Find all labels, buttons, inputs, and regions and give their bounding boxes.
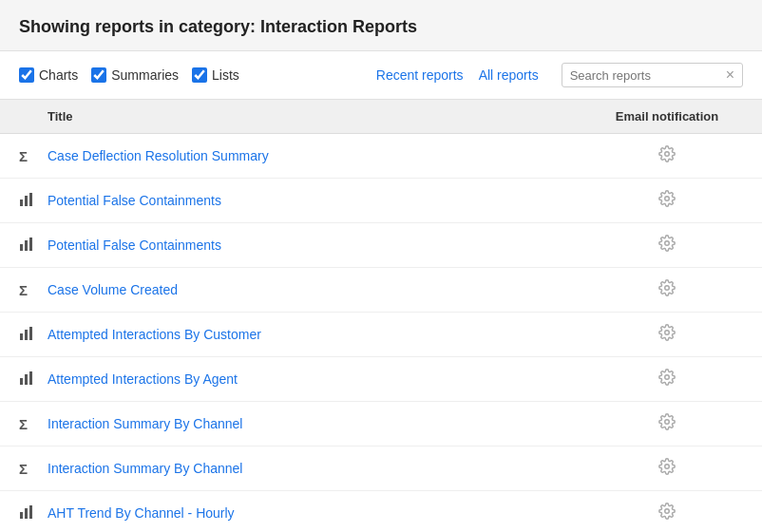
svg-point-18: [665, 420, 670, 425]
search-container: ×: [562, 63, 743, 87]
charts-checkbox-item[interactable]: Charts: [19, 67, 78, 83]
svg-rect-14: [20, 378, 23, 385]
table-row: ΣCase Deflection Resolution Summary: [0, 134, 762, 179]
svg-rect-7: [29, 238, 32, 251]
charts-checkbox[interactable]: [19, 67, 34, 83]
filter-checkboxes: Charts Summaries Lists: [19, 67, 239, 83]
recent-reports-link[interactable]: Recent reports: [369, 66, 471, 85]
svg-point-13: [665, 331, 670, 335]
gear-icon[interactable]: [591, 190, 743, 211]
table-rows: ΣCase Deflection Resolution Summary Pote…: [0, 134, 762, 532]
table-row: ΣInteraction Summary By Channel: [0, 446, 762, 491]
toolbar: Charts Summaries Lists Recent reports Al…: [0, 51, 762, 100]
svg-rect-15: [25, 374, 28, 385]
gear-icon[interactable]: [591, 279, 743, 300]
report-title-link[interactable]: Interaction Summary By Channel: [48, 461, 591, 476]
gear-icon[interactable]: [591, 324, 743, 345]
svg-point-4: [665, 197, 670, 201]
sigma-icon: Σ: [19, 416, 48, 432]
report-title-link[interactable]: Case Deflection Resolution Summary: [48, 148, 591, 163]
lists-checkbox-item[interactable]: Lists: [192, 67, 239, 83]
report-title-link[interactable]: Attempted Interactions By Agent: [48, 371, 591, 387]
report-title-link[interactable]: AHT Trend By Channel - Hourly: [48, 505, 591, 521]
sigma-icon: Σ: [19, 148, 48, 164]
gear-icon[interactable]: [591, 369, 743, 390]
svg-point-9: [665, 286, 670, 291]
summaries-label[interactable]: Summaries: [111, 67, 179, 83]
svg-rect-3: [29, 193, 32, 206]
table-header: Title Email notification: [0, 100, 762, 134]
svg-point-17: [665, 375, 670, 380]
report-title-link[interactable]: Interaction Summary By Channel: [48, 416, 591, 431]
lists-label[interactable]: Lists: [212, 67, 239, 83]
svg-point-23: [665, 509, 670, 514]
page-title: Showing reports in category: Interaction…: [19, 17, 743, 37]
svg-point-8: [665, 241, 670, 246]
summaries-checkbox-item[interactable]: Summaries: [91, 67, 179, 83]
svg-rect-1: [20, 200, 23, 206]
gear-icon[interactable]: [591, 145, 743, 166]
svg-rect-6: [25, 240, 28, 251]
svg-point-19: [665, 465, 670, 469]
charts-label[interactable]: Charts: [39, 67, 78, 83]
filter-links: Recent reports All reports: [369, 66, 546, 85]
search-input[interactable]: [570, 68, 722, 83]
bar-chart-icon: [19, 370, 48, 389]
page-header: Showing reports in category: Interaction…: [0, 0, 762, 51]
table-row: Attempted Interactions By Customer: [0, 313, 762, 357]
bar-chart-icon: [19, 504, 48, 522]
bar-chart-icon: [19, 237, 48, 255]
table-row: Attempted Interactions By Agent: [0, 357, 762, 402]
svg-rect-21: [25, 508, 28, 519]
reports-table: Title Email notification ΣCase Deflectio…: [0, 100, 762, 532]
summaries-checkbox[interactable]: [91, 67, 106, 83]
table-row: ΣCase Volume Created: [0, 268, 762, 313]
all-reports-link[interactable]: All reports: [471, 66, 546, 85]
table-row: Potential False Containments: [0, 223, 762, 268]
svg-rect-20: [20, 512, 23, 519]
svg-rect-22: [29, 505, 32, 519]
sigma-icon: Σ: [19, 282, 48, 298]
table-row: AHT Trend By Channel - Hourly: [0, 491, 762, 532]
table-row: ΣInteraction Summary By Channel: [0, 402, 762, 446]
header-email-col: Email notification: [591, 109, 743, 124]
gear-icon[interactable]: [591, 235, 743, 256]
table-row: Potential False Containments: [0, 179, 762, 223]
svg-rect-16: [29, 371, 32, 385]
search-clear-button[interactable]: ×: [726, 67, 734, 83]
bar-chart-icon: [19, 326, 48, 344]
gear-icon[interactable]: [591, 458, 743, 479]
report-title-link[interactable]: Potential False Containments: [48, 193, 591, 208]
svg-rect-11: [25, 330, 28, 340]
report-title-link[interactable]: Attempted Interactions By Customer: [48, 327, 591, 342]
gear-icon[interactable]: [591, 413, 743, 434]
svg-rect-10: [20, 333, 23, 340]
report-title-link[interactable]: Case Volume Created: [48, 282, 591, 297]
lists-checkbox[interactable]: [192, 67, 207, 83]
report-title-link[interactable]: Potential False Containments: [48, 238, 591, 253]
sigma-icon: Σ: [19, 461, 48, 477]
header-title-col: Title: [48, 109, 591, 124]
svg-rect-12: [29, 327, 32, 340]
svg-point-0: [665, 152, 670, 157]
svg-rect-5: [20, 244, 23, 251]
bar-chart-icon: [19, 192, 48, 210]
svg-rect-2: [25, 196, 28, 206]
gear-icon[interactable]: [591, 503, 743, 523]
